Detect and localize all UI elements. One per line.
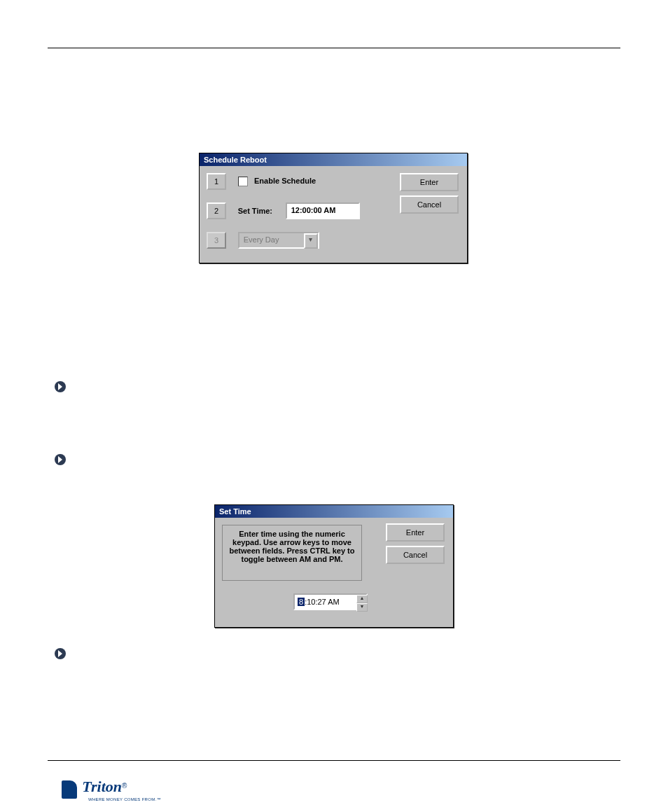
spin-up-icon[interactable]: ▲ xyxy=(356,595,368,603)
arrow-bullet-icon xyxy=(55,454,66,465)
instruction-text: Enter time using the numeric keypad. Use… xyxy=(222,525,362,581)
time-rest: :10:27 AM xyxy=(305,598,340,606)
brand-mark-icon xyxy=(62,780,77,799)
chevron-down-icon: ▾ xyxy=(304,233,318,249)
enable-schedule-label: Enable Schedule xyxy=(254,177,316,185)
time-spinner[interactable]: 8:10:27 AM ▲ ▼ xyxy=(293,593,368,610)
registered-mark: ® xyxy=(122,782,127,790)
cancel-button[interactable]: Cancel xyxy=(386,546,445,564)
brand-tagline: WHERE MONEY COMES FROM.™ xyxy=(88,797,174,801)
dialog-title: Set Time xyxy=(215,505,453,518)
arrow-bullet-icon xyxy=(55,381,66,392)
time-hour-selected: 8 xyxy=(298,598,305,606)
set-time-dialog: Set Time Enter Cancel Enter time using t… xyxy=(214,504,454,628)
arrow-bullet-icon xyxy=(55,648,66,659)
brand-logo: Triton® WHERE MONEY COMES FROM.™ xyxy=(62,778,174,800)
enter-button[interactable]: Enter xyxy=(386,523,445,542)
top-rule xyxy=(48,48,620,48)
option-3-button: 3 xyxy=(207,232,226,249)
frequency-dropdown: Every Day ▾ xyxy=(238,232,319,249)
set-time-label: Set Time: xyxy=(238,207,272,215)
enable-schedule-checkbox[interactable] xyxy=(238,177,248,186)
enable-schedule-row: 1 Enable Schedule xyxy=(207,173,460,194)
bottom-rule xyxy=(48,760,620,761)
option-2-button[interactable]: 2 xyxy=(207,202,226,219)
option-1-button[interactable]: 1 xyxy=(207,173,226,190)
spin-down-icon[interactable]: ▼ xyxy=(356,603,368,612)
time-input[interactable]: 12:00:00 AM xyxy=(286,202,360,219)
brand-name: Triton xyxy=(82,778,122,796)
dialog-title: Schedule Reboot xyxy=(200,153,467,166)
set-time-row: 2 Set Time: 12:00:00 AM xyxy=(207,202,460,223)
frequency-row: 3 Every Day ▾ xyxy=(207,232,460,253)
schedule-reboot-dialog: Schedule Reboot Enter Cancel 1 Enable Sc… xyxy=(199,153,468,263)
